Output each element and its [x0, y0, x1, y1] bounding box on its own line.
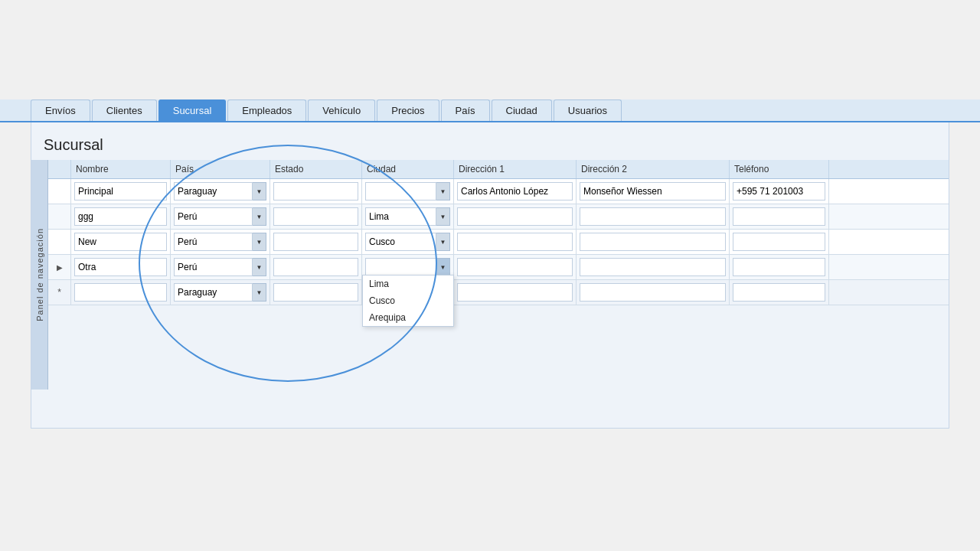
main-content: Sucursal Panel de navegación Nombre País	[31, 122, 949, 429]
cell-dir2-2	[577, 230, 730, 254]
col-header-ciudad: Ciudad	[362, 160, 454, 178]
input-tel-3[interactable]	[733, 258, 825, 276]
tab-precios[interactable]: Precios	[377, 99, 439, 121]
tab-usuarios[interactable]: Usuarios	[554, 99, 622, 121]
dropdown-btn-pais-new[interactable]: ▼	[253, 283, 266, 302]
app-container: Envíos Clientes Sucursal Empleados Vehíc…	[0, 0, 980, 551]
cell-estado-2	[270, 230, 362, 254]
table-row: ▼ ▼	[48, 204, 949, 230]
input-tel-1[interactable]	[733, 207, 825, 226]
input-nombre-0[interactable]	[74, 182, 167, 201]
select-pais-2: ▼	[174, 233, 266, 251]
dropdown-btn-pais-0[interactable]: ▼	[253, 182, 266, 201]
input-dir1-0[interactable]	[457, 182, 573, 201]
input-estado-2[interactable]	[273, 233, 358, 251]
input-dir1-new[interactable]	[457, 283, 573, 302]
col-header-direccion1: Dirección 1	[454, 160, 577, 178]
select-ciudad-3: ▼	[365, 258, 450, 276]
cell-dir1-0	[454, 179, 577, 204]
input-pais-0[interactable]	[174, 182, 253, 201]
dropdown-btn-ciudad-0[interactable]: ▼	[436, 182, 450, 201]
input-dir2-0[interactable]	[580, 182, 726, 201]
dropdown-option-cusco[interactable]: Cusco	[363, 292, 453, 309]
input-pais-3[interactable]	[174, 258, 253, 276]
cell-tel-3	[730, 255, 829, 279]
tab-empleados[interactable]: Empleados	[227, 99, 306, 121]
input-dir1-2[interactable]	[457, 233, 573, 251]
tab-envios[interactable]: Envíos	[31, 99, 90, 121]
input-pais-new[interactable]	[174, 283, 253, 302]
ciudad-dropdown-menu: Lima Cusco Arequipa	[362, 275, 454, 327]
cell-ciudad-1: ▼	[362, 204, 454, 229]
tab-ciudad[interactable]: Ciudad	[492, 99, 552, 121]
tab-bar: Envíos Clientes Sucursal Empleados Vehíc…	[0, 99, 980, 122]
tab-vehiculo[interactable]: Vehículo	[308, 99, 375, 121]
input-nombre-new[interactable]	[74, 283, 167, 302]
cell-dir1-2	[454, 230, 577, 254]
col-header-telefono: Teléfono	[730, 160, 829, 178]
row-indicator-3: ▶	[48, 255, 71, 279]
data-table: Nombre País Estado Ciudad Dirección 1	[48, 160, 949, 390]
input-dir2-1[interactable]	[580, 207, 726, 226]
cell-nombre-new	[71, 280, 171, 305]
input-estado-0[interactable]	[273, 182, 358, 201]
cell-dir2-3	[577, 255, 730, 279]
table-row: ▼ ▼	[48, 179, 949, 204]
input-pais-1[interactable]	[174, 207, 253, 226]
nav-panel: Panel de navegación	[31, 160, 48, 390]
select-pais-1: ▼	[174, 207, 266, 226]
row-indicator-2	[48, 230, 71, 254]
input-nombre-3[interactable]	[74, 258, 167, 276]
tab-clientes[interactable]: Clientes	[92, 99, 157, 121]
input-tel-0[interactable]	[733, 182, 825, 201]
select-pais-0: ▼	[174, 182, 266, 201]
dropdown-btn-ciudad-3[interactable]: ▼	[436, 258, 450, 276]
cell-pais-0: ▼	[171, 179, 270, 204]
tab-pais[interactable]: País	[441, 99, 490, 121]
input-dir2-new[interactable]	[580, 283, 726, 302]
table-wrapper: Panel de navegación Nombre País Estado	[31, 160, 949, 390]
cell-pais-2: ▼	[171, 230, 270, 254]
input-ciudad-0[interactable]	[365, 182, 436, 201]
select-pais-new: ▼	[174, 283, 266, 302]
col-header-pais: País	[171, 160, 270, 178]
row-indicator-1	[48, 204, 71, 229]
input-estado-1[interactable]	[273, 207, 358, 226]
dropdown-btn-pais-2[interactable]: ▼	[253, 233, 266, 251]
input-estado-new[interactable]	[273, 283, 358, 302]
input-dir2-2[interactable]	[580, 233, 726, 251]
dropdown-btn-ciudad-2[interactable]: ▼	[436, 233, 450, 251]
cell-dir1-3	[454, 255, 577, 279]
input-estado-3[interactable]	[273, 258, 358, 276]
cell-dir2-new	[577, 280, 730, 305]
cell-ciudad-0: ▼	[362, 179, 454, 204]
input-nombre-1[interactable]	[74, 207, 167, 226]
dropdown-btn-ciudad-1[interactable]: ▼	[436, 207, 450, 226]
cell-estado-3	[270, 255, 362, 279]
col-header-estado: Estado	[270, 160, 362, 178]
table-header: Nombre País Estado Ciudad Dirección 1	[48, 160, 949, 179]
cell-dir1-new	[454, 280, 577, 305]
input-dir1-3[interactable]	[457, 258, 573, 276]
input-dir2-3[interactable]	[580, 258, 726, 276]
dropdown-option-arequipa[interactable]: Arequipa	[363, 309, 453, 326]
row-indicator-new: *	[48, 280, 71, 305]
col-header-nombre: Nombre	[71, 160, 171, 178]
input-ciudad-2[interactable]	[365, 233, 436, 251]
cell-nombre-3	[71, 255, 171, 279]
input-dir1-1[interactable]	[457, 207, 573, 226]
dropdown-btn-pais-1[interactable]: ▼	[253, 207, 266, 226]
cell-nombre-1	[71, 204, 171, 229]
input-ciudad-3[interactable]	[365, 258, 436, 276]
cell-pais-3: ▼	[171, 255, 270, 279]
dropdown-option-lima[interactable]: Lima	[363, 276, 453, 292]
input-nombre-2[interactable]	[74, 233, 167, 251]
input-ciudad-1[interactable]	[365, 207, 436, 226]
tab-sucursal[interactable]: Sucursal	[158, 99, 227, 121]
input-tel-new[interactable]	[733, 283, 825, 302]
input-pais-2[interactable]	[174, 233, 253, 251]
dropdown-btn-pais-3[interactable]: ▼	[253, 258, 266, 276]
cell-nombre-2	[71, 230, 171, 254]
cell-ciudad-3: ▼ Lima Cusco Arequipa	[362, 255, 454, 279]
input-tel-2[interactable]	[733, 233, 825, 251]
